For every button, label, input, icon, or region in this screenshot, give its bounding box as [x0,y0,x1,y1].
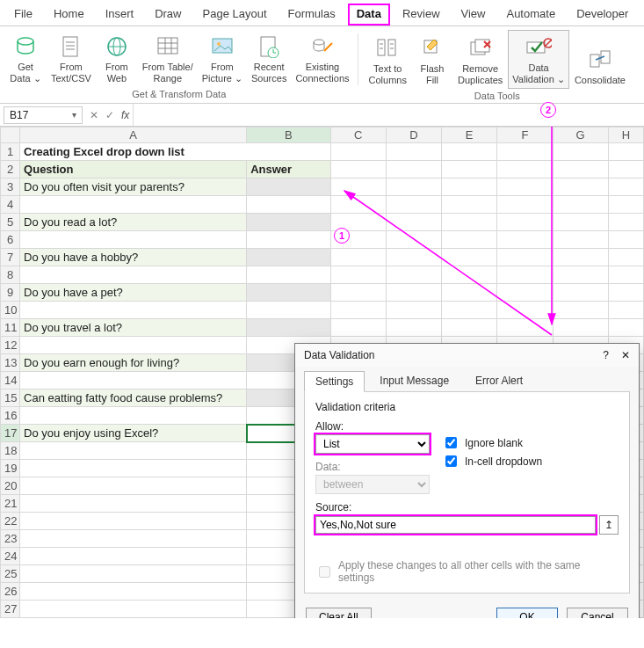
cell[interactable] [497,178,553,196]
cell-question[interactable] [20,302,247,319]
row-header[interactable]: 6 [1,231,20,249]
cell-question[interactable]: Can eatting fatty food cause problems? [20,390,247,407]
cell[interactable] [553,319,608,337]
from-web-button[interactable]: FromWeb [97,30,137,87]
cell[interactable] [608,161,643,178]
cell-answer[interactable] [247,266,330,284]
row-header[interactable]: 26 [1,583,20,601]
range-picker-icon[interactable]: ↥ [599,515,619,535]
row-header[interactable]: 24 [1,548,20,565]
cell[interactable] [330,178,386,196]
tab-formulas[interactable]: Formulas [279,4,344,25]
cell-question[interactable]: Do you travel a lot? [20,319,247,337]
cell[interactable] [386,161,441,178]
cell[interactable] [330,161,386,178]
cell[interactable] [608,284,643,302]
cell[interactable] [386,319,441,337]
row-header[interactable]: 23 [1,530,20,548]
cell[interactable] [497,266,553,284]
clear-all-button[interactable]: Clear All [306,608,372,618]
cell[interactable] [608,143,643,161]
cell[interactable] [330,249,386,266]
consolidate-button[interactable]: Consolidate [571,43,629,90]
dialog-tab-error-alert[interactable]: Error Alert [464,370,534,391]
tab-data[interactable]: Data [348,4,390,25]
row-header[interactable]: 18 [1,442,20,460]
cell[interactable] [608,178,643,196]
tab-review[interactable]: Review [394,4,449,25]
cell-question[interactable] [20,495,247,513]
cell-answer[interactable] [247,214,330,231]
cell-question[interactable]: Do you often visit your parents? [20,178,247,196]
fx-icon[interactable]: fx [118,109,133,121]
cell-answer[interactable] [247,319,330,337]
cell-question[interactable] [20,530,247,548]
col-header-G[interactable]: G [553,127,608,143]
source-input[interactable] [315,516,596,534]
cell[interactable] [386,231,441,249]
row-header[interactable]: 19 [1,460,20,477]
ignore-blank-checkbox[interactable] [445,437,457,448]
cell-question[interactable]: Do you read a lot? [20,214,247,231]
tab-developer[interactable]: Developer [568,4,637,25]
row-header[interactable]: 25 [1,565,20,583]
cell-question[interactable] [20,460,247,477]
cell[interactable] [442,214,497,231]
cell[interactable] [330,143,386,161]
cell[interactable] [330,302,386,319]
header-question[interactable]: Question [20,161,247,178]
cell-answer[interactable] [247,284,330,302]
cancel-formula-icon[interactable]: ✕ [86,109,102,121]
cell[interactable] [330,196,386,214]
cell[interactable] [442,161,497,178]
row-header[interactable]: 17 [1,425,20,442]
cell[interactable] [330,284,386,302]
cell[interactable] [608,196,643,214]
sheet-title[interactable]: Creating Excel drop down list [20,143,330,161]
col-header-D[interactable]: D [386,127,441,143]
cell[interactable] [497,143,553,161]
accept-formula-icon[interactable]: ✓ [102,109,118,121]
cell[interactable] [442,196,497,214]
cell[interactable] [386,143,441,161]
cell[interactable] [442,143,497,161]
cell-question[interactable] [20,548,247,565]
cell[interactable] [497,161,553,178]
cell[interactable] [553,214,608,231]
cell[interactable] [608,249,643,266]
cell[interactable] [553,196,608,214]
cell[interactable] [386,214,441,231]
cell[interactable] [497,231,553,249]
cell[interactable] [608,319,643,337]
remove-duplicates-button[interactable]: RemoveDuplicates [454,32,506,89]
cell[interactable] [386,249,441,266]
col-header-H[interactable]: H [608,127,643,143]
row-header[interactable]: 21 [1,495,20,513]
row-header[interactable]: 14 [1,372,20,390]
select-all-cell[interactable] [1,127,20,143]
cell[interactable] [386,196,441,214]
cell[interactable] [442,266,497,284]
cell-answer[interactable] [247,196,330,214]
cell[interactable] [497,284,553,302]
cell-question[interactable] [20,583,247,601]
col-header-F[interactable]: F [497,127,553,143]
cell[interactable] [553,178,608,196]
cell-answer[interactable] [247,231,330,249]
cell[interactable] [386,266,441,284]
flash-fill-button[interactable]: FlashFill [412,32,452,89]
tab-view[interactable]: View [452,4,495,25]
cell[interactable] [442,319,497,337]
cell[interactable] [386,284,441,302]
cell[interactable] [553,302,608,319]
data-validation-button[interactable]: DataValidation ⌄ [508,30,569,89]
row-header[interactable]: 9 [1,284,20,302]
row-header[interactable]: 3 [1,178,20,196]
get-data-button[interactable]: GetData ⌄ [5,30,46,87]
from-table-button[interactable]: From Table/Range [139,30,197,87]
cell-question[interactable]: Do you have a hobby? [20,249,247,266]
close-icon[interactable]: ✕ [621,349,630,361]
name-box[interactable]: B17 ▾ [4,106,83,124]
row-header[interactable]: 16 [1,407,20,425]
help-icon[interactable]: ? [603,349,609,361]
